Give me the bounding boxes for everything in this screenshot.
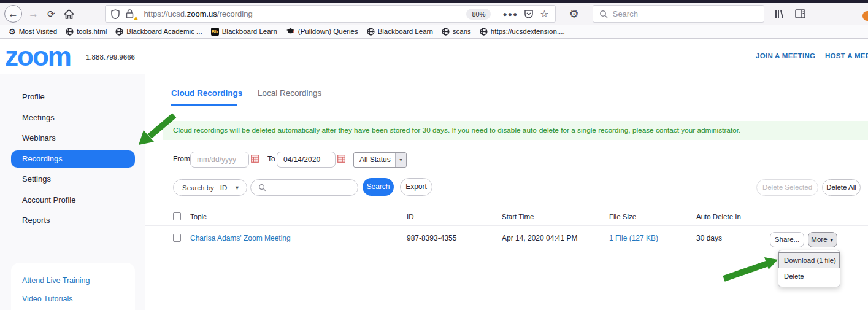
calendar-icon[interactable] bbox=[337, 155, 345, 163]
bookmark-scans[interactable]: scans bbox=[442, 28, 471, 36]
to-label: To bbox=[267, 155, 275, 163]
col-topic: Topic bbox=[190, 207, 207, 226]
share-button[interactable]: Share... bbox=[770, 232, 804, 247]
cutoff-addon-icon[interactable] bbox=[862, 11, 868, 21]
video-tutorials-link[interactable]: Video Tutorials bbox=[22, 295, 135, 303]
export-button[interactable]: Export bbox=[400, 178, 432, 196]
back-button[interactable]: ← bbox=[4, 5, 22, 23]
bookmark-pulldown-queries[interactable]: (Pulldown) Queries bbox=[286, 28, 358, 35]
bookmark-label: Blackboard Academic ... bbox=[126, 28, 202, 35]
search-icon bbox=[599, 10, 608, 18]
sidebar-item-account-profile[interactable]: Account Profile bbox=[0, 190, 145, 211]
annotation-arrow-download bbox=[721, 253, 779, 282]
forward-icon[interactable]: → bbox=[28, 8, 39, 20]
browser-toolbar: ← → ⟳ ▲ https://ucsd.zoom.us/recording 8… bbox=[0, 3, 868, 25]
bookmark-label: Blackboard Learn bbox=[222, 28, 277, 35]
pocket-icon[interactable] bbox=[524, 9, 534, 19]
menu-item-delete[interactable]: Delete bbox=[778, 268, 840, 284]
col-start-time: Start Time bbox=[502, 207, 534, 226]
address-text[interactable]: https://ucsd.zoom.us/recording bbox=[144, 9, 467, 18]
status-select-value: All Status bbox=[354, 153, 395, 167]
chevron-down-icon: ▼ bbox=[395, 153, 406, 167]
join-a-meeting-link[interactable]: JOIN A MEETING bbox=[756, 52, 815, 60]
globe-icon bbox=[442, 28, 450, 36]
bookmark-tools[interactable]: tools.html bbox=[66, 28, 107, 36]
select-all-checkbox[interactable] bbox=[173, 212, 181, 220]
search-icon bbox=[258, 184, 266, 192]
bookmark-label: https://ucsdextension.... bbox=[491, 28, 565, 35]
home-icon[interactable] bbox=[64, 9, 74, 19]
attend-live-training-link[interactable]: Attend Live Training bbox=[22, 276, 135, 285]
from-date-input[interactable]: mm/dd/yyyy bbox=[190, 152, 249, 168]
sidebar-item-recordings[interactable]: Recordings bbox=[11, 150, 135, 168]
gradcap-icon bbox=[286, 28, 295, 35]
to-date-input[interactable]: 04/14/2020 bbox=[277, 152, 336, 168]
zoom-logo[interactable]: zoom bbox=[5, 41, 71, 72]
recording-file-link[interactable]: 1 File (127 KB) bbox=[609, 226, 658, 250]
page: ← → ⟳ ▲ https://ucsd.zoom.us/recording 8… bbox=[0, 0, 868, 310]
tab-local-recordings[interactable]: Local Recordings bbox=[258, 88, 321, 98]
auto-delete-notice: Cloud recordings will be deleted automat… bbox=[163, 121, 868, 140]
bookmark-blackboard-learn-2[interactable]: Blackboard Learn bbox=[367, 28, 433, 36]
sidebar: Profile Meetings Webinars Recordings Set… bbox=[0, 74, 145, 310]
bookmark-ucsdextension[interactable]: https://ucsdextension.... bbox=[480, 28, 565, 36]
back-icon: ← bbox=[8, 8, 18, 20]
phone-number: 1.888.799.9666 bbox=[86, 53, 135, 61]
url-domain: zoom.us bbox=[187, 9, 217, 18]
calendar-icon[interactable] bbox=[251, 155, 259, 163]
sidebar-item-webinars[interactable]: Webinars bbox=[0, 128, 145, 149]
browser-search-placeholder: Search bbox=[613, 9, 638, 18]
recording-topic-link[interactable]: Charisa Adams' Zoom Meeting bbox=[190, 226, 291, 250]
bookmark-star-icon[interactable]: ☆ bbox=[540, 8, 548, 20]
search-by-dropdown[interactable]: Search by ID ▼ bbox=[173, 179, 247, 196]
bookmark-most-visited[interactable]: ⚙Most Visited bbox=[9, 27, 57, 36]
sidebar-help-card: Attend Live Training Video Tutorials Kno… bbox=[11, 263, 135, 310]
shield-icon[interactable] bbox=[111, 9, 120, 19]
host-a-meeting-link[interactable]: HOST A MEETING bbox=[825, 52, 868, 60]
status-select[interactable]: All Status ▼ bbox=[353, 152, 407, 168]
globe-icon bbox=[66, 28, 74, 36]
reload-icon[interactable]: ⟳ bbox=[47, 9, 55, 20]
delete-selected-button[interactable]: Delete Selected bbox=[756, 179, 818, 196]
browser-search-bar[interactable]: Search bbox=[593, 5, 764, 23]
menu-item-download[interactable]: Download (1 file) bbox=[778, 252, 840, 268]
url-prefix: https://ucsd. bbox=[144, 9, 187, 18]
sidebar-item-profile[interactable]: Profile bbox=[0, 87, 145, 107]
table-row: Charisa Adams' Zoom Meeting 987-8393-435… bbox=[145, 226, 868, 250]
delete-all-button[interactable]: Delete All bbox=[822, 179, 861, 196]
bookmark-blackboard-academic[interactable]: Blackboard Academic ... bbox=[115, 28, 202, 36]
sidebar-item-meetings[interactable]: Meetings bbox=[0, 107, 145, 128]
sidebar-nav: Profile Meetings Webinars Recordings Set… bbox=[0, 74, 145, 231]
caret-down-icon: ▼ bbox=[234, 185, 240, 191]
url-bar[interactable]: ▲ https://ucsd.zoom.us/recording 80% ●●●… bbox=[105, 5, 556, 23]
warning-icon: ▲ bbox=[133, 14, 139, 21]
divider bbox=[497, 9, 497, 20]
extension-gear-icon[interactable]: ⚙ bbox=[569, 7, 579, 21]
sidebar-item-settings[interactable]: Settings bbox=[0, 169, 145, 190]
annotation-arrow-recordings bbox=[135, 112, 178, 149]
from-label: From bbox=[173, 155, 190, 163]
tab-cloud-recordings[interactable]: Cloud Recordings bbox=[171, 88, 242, 98]
bookmark-label: tools.html bbox=[77, 28, 107, 35]
sidebars-icon[interactable] bbox=[795, 9, 805, 18]
search-button[interactable]: Search bbox=[363, 178, 394, 196]
bookmark-blackboard-learn[interactable]: BbBlackboard Learn bbox=[211, 28, 277, 36]
search-input[interactable] bbox=[250, 179, 358, 196]
page-zoom-badge[interactable]: 80% bbox=[466, 9, 491, 20]
lock-icon[interactable]: ▲ bbox=[126, 9, 136, 19]
bookmarks-bar: ⚙Most Visited tools.html Blackboard Acad… bbox=[0, 25, 868, 39]
more-label: More bbox=[811, 236, 827, 243]
library-icon[interactable] bbox=[774, 9, 785, 19]
tabs-divider bbox=[145, 106, 868, 106]
search-by-label: Search by bbox=[182, 184, 214, 192]
more-button[interactable]: More ▼ bbox=[808, 232, 837, 247]
bookmark-label: Most Visited bbox=[19, 28, 57, 35]
col-id: ID bbox=[407, 207, 414, 226]
table-header-row: Topic ID Start Time File Size Auto Delet… bbox=[145, 207, 868, 226]
globe-icon bbox=[115, 28, 123, 36]
page-actions-icon[interactable]: ●●● bbox=[502, 10, 518, 18]
recording-start-time: Apr 14, 2020 04:41 PM bbox=[502, 226, 577, 250]
sidebar-item-reports[interactable]: Reports bbox=[0, 210, 145, 231]
row-checkbox[interactable] bbox=[173, 234, 181, 242]
search-by-value: ID bbox=[220, 184, 228, 192]
